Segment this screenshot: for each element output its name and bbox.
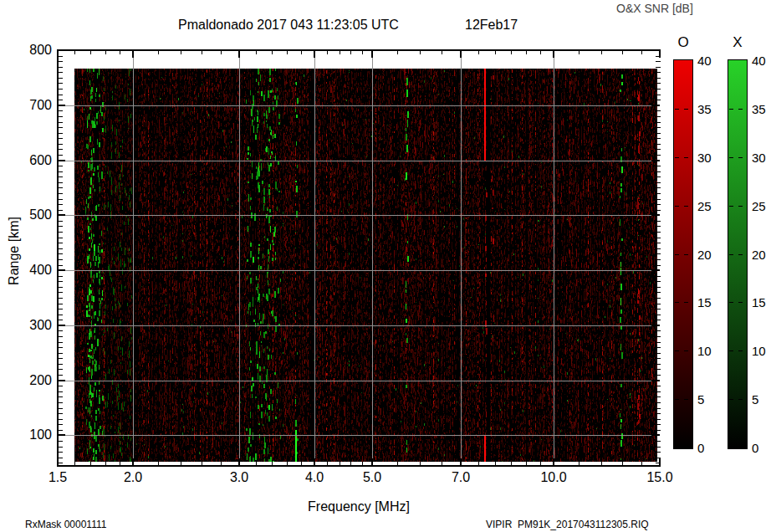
x-major-tick-top — [553, 51, 554, 58]
x-minor-tick-top — [301, 51, 302, 54]
x-minor-tick-top — [397, 51, 398, 54]
y-minor-tick — [59, 138, 63, 139]
y-gridline — [58, 105, 660, 106]
y-minor-tick-right — [656, 281, 661, 282]
colorbar-tick — [729, 157, 733, 158]
colorbar-tick — [684, 350, 688, 351]
colorbar-tick-label: 0 — [752, 441, 771, 455]
x-minor-tick-top — [256, 51, 257, 54]
y-minor-tick-right — [656, 330, 661, 331]
y-major-tick-right — [651, 214, 660, 216]
y-minor-tick-right — [656, 304, 661, 304]
y-minor-tick — [59, 144, 63, 145]
x-major-tick — [553, 458, 554, 465]
ionogram-app: Pmaldonado 2017 043 11:23:05 UTC 12Feb17… — [0, 0, 771, 532]
colorbar-tick-label: 20 — [697, 248, 719, 262]
colorbar-tick — [675, 206, 679, 207]
y-minor-tick-right — [656, 430, 661, 431]
y-major-tick-right — [651, 105, 660, 106]
y-major-tick — [59, 380, 65, 381]
y-minor-tick-right — [656, 463, 661, 463]
y-minor-tick-right — [656, 166, 661, 166]
y-minor-tick-right — [656, 265, 661, 266]
x-major-tick-top — [314, 51, 315, 58]
y-minor-tick — [59, 193, 63, 194]
x-minor-tick-top — [420, 51, 421, 54]
colorbar-tick-label: 40 — [697, 54, 719, 68]
y-minor-tick — [59, 187, 63, 188]
colorbar-tick — [729, 109, 733, 110]
y-minor-tick-right — [656, 116, 661, 117]
file-name-label: VIPIR PM91K_2017043112305.RIQ — [486, 519, 649, 530]
x-major-tick — [314, 458, 315, 465]
colorbar-tick — [675, 302, 679, 303]
y-minor-tick-right — [656, 369, 661, 370]
x-gridline — [133, 50, 134, 466]
y-major-tick — [59, 434, 65, 436]
y-minor-tick-right — [656, 67, 661, 68]
y-minor-tick-right — [656, 193, 661, 194]
x-minor-tick-top — [202, 51, 202, 54]
y-minor-tick — [59, 447, 63, 448]
y-minor-tick-right — [656, 72, 661, 73]
y-minor-tick-right — [656, 210, 661, 211]
y-major-tick — [59, 269, 65, 271]
colorbar-tick-label: 10 — [697, 344, 719, 358]
x-minor-tick-top — [622, 51, 623, 54]
colorbar-tick — [738, 350, 743, 351]
y-major-tick-right — [651, 160, 660, 161]
y-minor-tick-right — [656, 386, 661, 386]
colorbar-tick — [738, 399, 743, 400]
y-minor-tick — [59, 375, 63, 376]
y-minor-tick-right — [656, 309, 661, 309]
colorbar-tick-label: 15 — [697, 295, 719, 309]
y-minor-tick-right — [656, 447, 661, 448]
x-minor-tick-top — [340, 51, 340, 54]
y-minor-tick — [59, 336, 63, 337]
y-minor-tick-right — [656, 413, 661, 414]
y-minor-tick-right — [656, 110, 661, 111]
y-minor-tick-right — [656, 298, 661, 299]
y-minor-tick — [59, 413, 63, 414]
y-major-tick-right — [651, 434, 660, 436]
y-minor-tick — [59, 315, 63, 315]
y-minor-tick — [59, 408, 63, 409]
y-minor-tick — [59, 149, 63, 150]
y-minor-tick — [59, 458, 63, 458]
x-tick-label: 3.0 — [218, 470, 260, 485]
x-minor-tick-top — [495, 51, 496, 54]
x-major-tick — [460, 458, 462, 465]
y-minor-tick-right — [656, 61, 661, 62]
y-minor-tick-right — [656, 204, 661, 205]
y-major-tick-right — [651, 380, 660, 381]
x-gridline — [461, 50, 462, 466]
y-minor-tick-right — [656, 364, 661, 365]
y-gridline — [58, 381, 660, 381]
y-major-tick — [59, 160, 65, 161]
y-minor-tick — [59, 78, 63, 79]
page-title: Pmaldonado 2017 043 11:23:05 UTC — [178, 18, 399, 33]
y-gridline — [58, 215, 660, 216]
y-tick-label: 600 — [15, 153, 52, 168]
y-tick-label: 400 — [15, 263, 52, 278]
y-minor-tick — [59, 424, 63, 425]
x-minor-tick-top — [540, 51, 541, 54]
y-minor-tick-right — [656, 127, 661, 128]
x-major-tick — [132, 458, 134, 465]
colorbar-tick-label: 5 — [697, 392, 719, 407]
y-minor-tick-right — [656, 458, 661, 458]
y-minor-tick-right — [656, 391, 661, 392]
plot-border-left — [57, 49, 59, 467]
y-minor-tick — [59, 369, 63, 370]
y-minor-tick-right — [656, 226, 661, 227]
y-minor-tick — [59, 358, 63, 359]
y-minor-tick — [59, 248, 63, 249]
y-minor-tick — [59, 122, 63, 123]
x-minor-tick-top — [120, 51, 120, 54]
colorbar-o-header: O — [673, 35, 693, 50]
y-minor-tick-right — [656, 276, 661, 277]
y-gridline — [58, 435, 660, 436]
colorbar-tick-label: 30 — [697, 151, 719, 165]
y-minor-tick-right — [656, 83, 661, 84]
y-minor-tick — [59, 265, 63, 266]
